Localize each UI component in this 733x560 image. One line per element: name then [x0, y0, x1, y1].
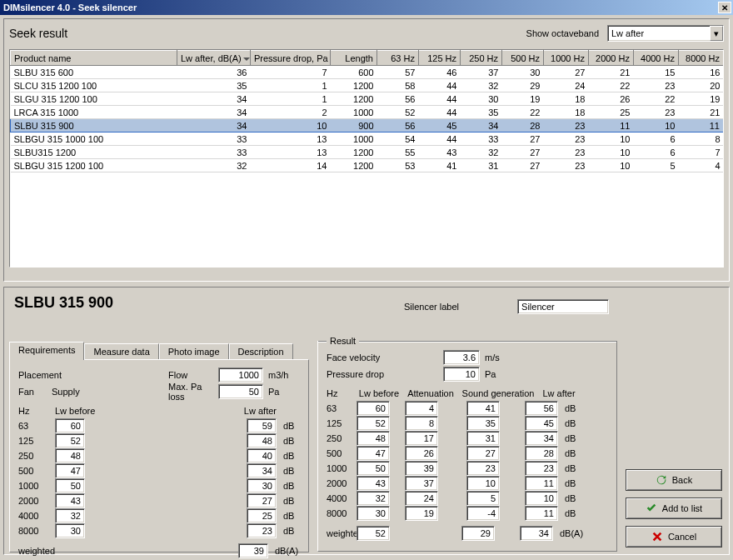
freq-label: 250	[327, 433, 353, 443]
freq-label: 2000	[18, 496, 52, 506]
lw-after-input[interactable]	[247, 478, 277, 493]
face-velocity-label: Face velocity	[327, 352, 443, 362]
pressure-drop-unit: Pa	[480, 369, 505, 379]
table-row[interactable]: LRCA 315 100034210005244352218252321	[11, 106, 724, 119]
res-gen	[466, 506, 500, 521]
flow-input[interactable]	[218, 368, 263, 382]
lw-before-input[interactable]	[55, 433, 85, 448]
freq-label: 4000	[327, 493, 353, 503]
octaveband-select[interactable]: Lw after ▾	[607, 25, 724, 42]
grid-header[interactable]: Length	[331, 51, 377, 66]
lw-before-input[interactable]	[55, 463, 85, 478]
max-pa-input[interactable]	[218, 384, 263, 399]
tab-measure-data[interactable]: Measure data	[84, 343, 158, 359]
res-atten	[405, 446, 438, 461]
res-before	[357, 506, 390, 521]
res-before	[357, 416, 390, 431]
res-atten	[405, 491, 438, 506]
tab-photo-image[interactable]: Photo image	[159, 343, 229, 359]
freq-label: 2000	[327, 478, 353, 488]
res-atten	[405, 431, 438, 446]
res-gen	[466, 431, 500, 446]
lw-before-input[interactable]	[55, 418, 85, 433]
lw-after-input[interactable]	[247, 433, 277, 448]
res-gen	[466, 401, 500, 416]
silencer-label-text: Silencer label	[404, 302, 459, 312]
dropdown-arrow-icon: ▾	[710, 26, 723, 41]
grid-header[interactable]: 500 Hz	[502, 51, 544, 66]
results-grid[interactable]: Product nameLw after, dB(A)Pressure drop…	[9, 49, 724, 268]
res-w-gen	[461, 526, 495, 541]
table-row[interactable]: SLGU 315 1200 10034112005644301918262219	[11, 92, 724, 106]
grid-header[interactable]: 2000 Hz	[589, 51, 634, 66]
add-to-list-button[interactable]: Add to list	[626, 498, 722, 519]
pressure-drop-value	[443, 367, 480, 382]
grid-header[interactable]: 8000 Hz	[679, 51, 724, 66]
freq-label: 250	[18, 451, 52, 461]
max-pa-label: Max. Pa loss	[168, 382, 218, 402]
table-row[interactable]: SLBGU 315 1200 1003214120053413127231054	[11, 159, 724, 172]
lw-before-input[interactable]	[55, 523, 85, 538]
grid-header[interactable]: Lw after, dB(A)	[177, 51, 251, 66]
tabs-container: RequirementsMeasure dataPhoto imageDescr…	[9, 323, 309, 552]
table-row[interactable]: SLBU 315 6003676005746373027211516	[11, 66, 724, 79]
close-button[interactable]: ✕	[718, 2, 731, 13]
res-after	[525, 431, 558, 446]
res-after	[525, 506, 558, 521]
lw-after-input[interactable]	[247, 493, 277, 508]
table-row[interactable]: SLBU315 12003313120055433227231067	[11, 146, 724, 159]
res-w-after	[520, 526, 553, 541]
cancel-icon	[651, 531, 663, 542]
grid-header[interactable]: Product name	[11, 51, 177, 66]
freq-label: 125	[18, 436, 52, 446]
weighted-after	[238, 543, 268, 558]
result-box: Result Face velocity m/s Pressure drop P…	[317, 341, 617, 552]
grid-header[interactable]: 125 Hz	[419, 51, 461, 66]
res-gen	[466, 416, 500, 431]
refresh-icon	[656, 474, 667, 486]
freq-label: 4000	[18, 511, 52, 521]
grid-header[interactable]: 63 Hz	[377, 51, 419, 66]
lw-before-input[interactable]	[55, 478, 85, 493]
grid-header[interactable]: Pressure drop, Pa	[251, 51, 331, 66]
res-before	[357, 491, 390, 506]
back-button[interactable]: Back	[626, 469, 722, 491]
res-gen	[466, 461, 500, 476]
lw-after-input[interactable]	[247, 523, 277, 538]
lw-after-input[interactable]	[247, 508, 277, 523]
fan-label: Fan	[18, 387, 52, 397]
face-velocity-value	[443, 350, 480, 365]
table-row[interactable]: SLBGU 315 1000 1003313100054443327231068	[11, 132, 724, 146]
face-velocity-unit: m/s	[480, 352, 505, 362]
grid-header[interactable]: 4000 Hz	[634, 51, 679, 66]
silencer-label-input[interactable]	[517, 299, 609, 314]
lw-after-input[interactable]	[247, 418, 277, 433]
lw-after-input[interactable]	[247, 448, 277, 463]
tab-requirements[interactable]: Requirements	[9, 342, 84, 360]
lw-after-input[interactable]	[247, 463, 277, 478]
table-row[interactable]: SLBU 315 90034109005645342823111011	[11, 119, 724, 132]
res-w-before	[357, 526, 390, 541]
lw-before-input[interactable]	[55, 448, 85, 463]
freq-label: 1000	[327, 463, 353, 473]
detail-panel: SLBU 315 900 Silencer label Requirements…	[3, 287, 730, 555]
lw-before-input[interactable]	[55, 493, 85, 508]
placement-label: Placement	[18, 370, 168, 380]
sort-indicator-icon	[243, 58, 250, 61]
cancel-button[interactable]: Cancel	[626, 526, 722, 548]
freq-label: 8000	[18, 526, 52, 536]
freq-label: 125	[327, 418, 353, 428]
res-before	[357, 476, 390, 491]
res-atten	[405, 401, 438, 416]
table-row[interactable]: SLCU 315 1200 10035112005844322924222320	[11, 79, 724, 92]
flow-label: Flow	[168, 370, 218, 380]
result-title: Result	[327, 336, 359, 346]
res-gen	[466, 446, 500, 461]
tab-requirements: Placement Flow m3/h Fan Supply Max. Pa l…	[9, 359, 309, 552]
max-pa-unit: Pa	[263, 387, 288, 397]
lw-before-input[interactable]	[55, 508, 85, 523]
tab-description[interactable]: Description	[229, 343, 293, 359]
grid-header[interactable]: 1000 Hz	[544, 51, 589, 66]
flow-unit: m3/h	[263, 370, 288, 380]
grid-header[interactable]: 250 Hz	[461, 51, 502, 66]
